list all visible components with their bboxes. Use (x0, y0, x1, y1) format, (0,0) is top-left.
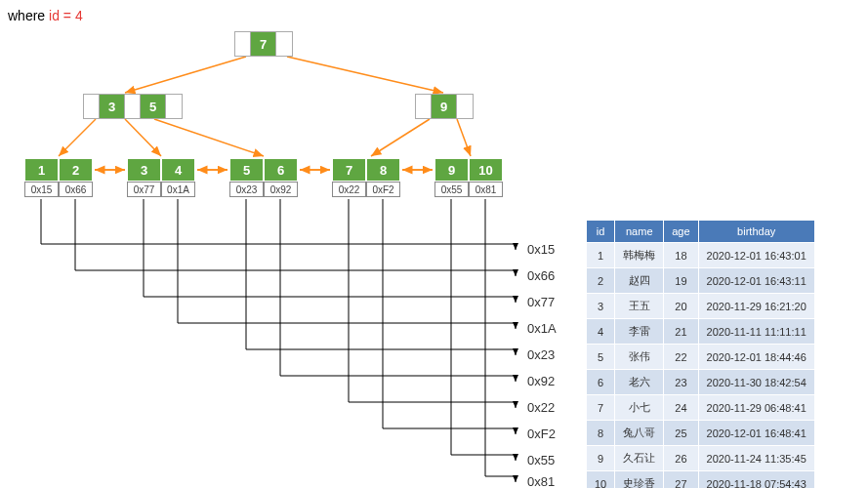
table-row: 3王五202020-11-29 16:21:20 (587, 294, 815, 319)
th-age: age (664, 221, 698, 243)
data-table: id name age birthday 1韩梅梅182020-12-01 16… (586, 220, 815, 488)
table-row: 9久石让262020-11-24 11:35:45 (587, 446, 815, 471)
query-id: id (49, 8, 60, 23)
svg-line-5 (371, 119, 430, 156)
addr-7: 0xF2 (527, 427, 556, 441)
btree-leaf-3: 7 8 0x22 0xF2 (332, 158, 400, 197)
th-id: id (587, 221, 615, 243)
btree-root: 7 (234, 31, 293, 57)
btree-internal-1: 9 (415, 94, 474, 119)
btree-leaf-1: 3 4 0x77 0x1A (127, 158, 195, 197)
svg-line-3 (125, 119, 161, 156)
internal-1-key-0: 9 (432, 95, 457, 118)
table-row: 1韩梅梅182020-12-01 16:43:01 (587, 243, 815, 268)
root-key-0: 7 (251, 32, 276, 56)
addr-1: 0x66 (527, 268, 555, 283)
query-eq: = 4 (60, 8, 83, 23)
addr-0: 0x15 (527, 242, 555, 257)
btree-leaf-0: 1 2 0x15 0x66 (24, 158, 93, 197)
addr-6: 0x22 (527, 400, 555, 415)
addr-5: 0x92 (527, 374, 555, 388)
addr-9: 0x81 (527, 474, 555, 488)
internal-0-key-1: 5 (141, 95, 166, 118)
svg-line-6 (457, 119, 471, 156)
th-birthday: birthday (698, 221, 814, 243)
query-where: where (8, 8, 49, 23)
table-row: 6老六232020-11-30 18:42:54 (587, 370, 815, 395)
table-header-row: id name age birthday (587, 221, 815, 243)
btree-leaf-2: 5 6 0x23 0x92 (229, 158, 298, 197)
addr-8: 0x55 (527, 453, 555, 468)
svg-line-4 (154, 119, 264, 156)
table-row: 10史珍香272020-11-18 07:54:43 (587, 471, 815, 489)
query-clause: where id = 4 (8, 8, 83, 23)
table-row: 4李雷212020-11-11 11:11:11 (587, 319, 815, 345)
table-row: 2赵四192020-12-01 16:43:11 (587, 268, 815, 294)
table-row: 8兔八哥252020-12-01 16:48:41 (587, 421, 815, 446)
svg-line-0 (125, 57, 246, 93)
table-row: 5张伟222020-12-01 18:44:46 (587, 345, 815, 370)
svg-line-1 (287, 57, 443, 93)
svg-line-2 (59, 119, 96, 156)
internal-0-key-0: 3 (100, 95, 125, 118)
btree-leaf-4: 9 10 0x55 0x81 (434, 158, 503, 197)
addr-2: 0x77 (527, 295, 555, 309)
table-row: 7小七242020-11-29 06:48:41 (587, 395, 815, 421)
addr-4: 0x23 (527, 347, 555, 362)
btree-internal-0: 3 5 (83, 94, 183, 119)
th-name: name (615, 221, 664, 243)
addr-3: 0x1A (527, 321, 557, 336)
